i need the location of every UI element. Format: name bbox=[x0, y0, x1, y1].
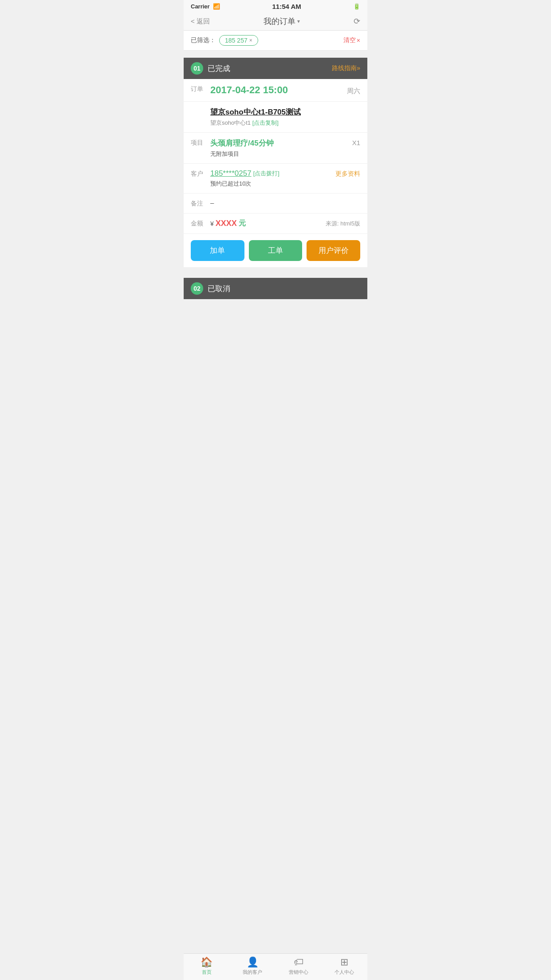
battery-icon: 🔋 bbox=[353, 3, 360, 10]
user-review-button[interactable]: 用户评价 bbox=[307, 240, 360, 261]
amount-source: 来源: html5版 bbox=[326, 220, 360, 228]
order-project-row: 项目 头颈肩理疗/45分钟 无附加项目 X1 bbox=[184, 133, 367, 164]
section1-header: 01 已完成 路线指南» bbox=[184, 58, 367, 79]
section2-num: 02 bbox=[191, 282, 203, 295]
remark-label: 备注 bbox=[191, 199, 207, 208]
filter-tag-value2: 257 bbox=[237, 37, 247, 44]
amount-value: ¥ XXXX 元 bbox=[210, 219, 246, 228]
project-addon: 无附加项目 bbox=[210, 150, 352, 158]
section2-header: 02 已取消 bbox=[184, 278, 367, 299]
order-project-content: 头颈肩理疗/45分钟 无附加项目 bbox=[210, 138, 352, 158]
more-info-button[interactable]: 更多资料 bbox=[335, 169, 360, 178]
refresh-button[interactable]: ⟳ bbox=[354, 16, 360, 26]
amount-xxxx: XXXX bbox=[216, 219, 237, 228]
chevron-down-icon: ▾ bbox=[297, 18, 300, 24]
project-name: 头颈肩理疗/45分钟 bbox=[210, 138, 352, 148]
order-weekday: 周六 bbox=[347, 84, 360, 95]
order-remark-content: – bbox=[210, 199, 360, 206]
nav-title-text: 我的订单 bbox=[264, 16, 295, 27]
nav-bar: < 返回 我的订单 ▾ ⟳ bbox=[184, 12, 367, 31]
customer-note: 预约已超过10次 bbox=[210, 180, 335, 188]
order-remark-row: 备注 – bbox=[184, 194, 367, 213]
status-bar: Carrier 📶 11:54 AM 🔋 bbox=[184, 0, 367, 12]
customer-label: 客户 bbox=[191, 169, 207, 178]
customer-phone-row: 185****0257 [点击拨打] bbox=[210, 169, 335, 178]
divider bbox=[184, 51, 367, 54]
divider-2 bbox=[184, 271, 367, 274]
amount-label: 金额 bbox=[191, 220, 207, 228]
remark-value: – bbox=[210, 199, 214, 206]
order-datetime-row: 订单 2017-04-22 15:00 周六 bbox=[184, 79, 367, 102]
project-label: 项目 bbox=[191, 138, 207, 147]
status-time: 11:54 AM bbox=[272, 3, 301, 10]
wifi-icon: 📶 bbox=[213, 3, 220, 10]
section1-header-left: 01 已完成 bbox=[191, 62, 230, 75]
status-icons: 🔋 bbox=[353, 3, 360, 10]
order-datetime-content: 2017-04-22 15:00 bbox=[210, 84, 347, 96]
customer-phone[interactable]: 185****0257 bbox=[210, 169, 252, 178]
amount-currency-pre: ¥ bbox=[210, 220, 214, 227]
call-button[interactable]: [点击拨打] bbox=[253, 170, 279, 178]
add-order-button[interactable]: 加单 bbox=[191, 240, 244, 261]
project-count: X1 bbox=[352, 138, 360, 146]
section2-status: 已取消 bbox=[208, 284, 230, 294]
location-name[interactable]: 望京soho中心t1-B705测试 bbox=[210, 107, 360, 117]
section1-status: 已完成 bbox=[208, 63, 230, 74]
filter-tag-close[interactable]: × bbox=[249, 37, 252, 43]
copy-button[interactable]: [点击复制] bbox=[252, 119, 279, 126]
amount-currency: 元 bbox=[239, 219, 246, 228]
order-location-content: 望京soho中心t1-B705测试 望京soho中心t1 [点击复制] bbox=[210, 107, 360, 127]
clear-filter-button[interactable]: 清空 × bbox=[343, 36, 360, 44]
work-order-button[interactable]: 工单 bbox=[249, 240, 303, 261]
order-amount-row: 金额 ¥ XXXX 元 来源: html5版 bbox=[184, 213, 367, 234]
back-button[interactable]: < 返回 bbox=[191, 17, 210, 26]
order-customer-content: 185****0257 [点击拨打] 预约已超过10次 bbox=[210, 169, 335, 188]
location-label bbox=[191, 107, 207, 108]
clear-text: 清空 bbox=[343, 36, 356, 44]
filter-tag-value1: 185 bbox=[225, 37, 235, 44]
section1-num: 01 bbox=[191, 62, 203, 75]
location-copy: 望京soho中心t1 [点击复制] bbox=[210, 119, 360, 127]
order-customer-row: 客户 185****0257 [点击拨打] 预约已超过10次 更多资料 bbox=[184, 164, 367, 194]
nav-title: 我的订单 ▾ bbox=[264, 16, 300, 27]
filter-label: 已筛选： bbox=[191, 36, 216, 44]
filter-bar: 已筛选： 185 257 × 清空 × bbox=[184, 31, 367, 51]
location-copy-text: 望京soho中心t1 bbox=[210, 119, 251, 126]
order-label: 订单 bbox=[191, 84, 207, 93]
order-location-row: 望京soho中心t1-B705测试 望京soho中心t1 [点击复制] bbox=[184, 102, 367, 133]
filter-tag[interactable]: 185 257 × bbox=[219, 35, 258, 46]
carrier-text: Carrier 📶 bbox=[191, 3, 220, 10]
section2-header-left: 02 已取消 bbox=[191, 282, 230, 295]
action-buttons: 加单 工单 用户评价 bbox=[184, 234, 367, 267]
route-guide-button[interactable]: 路线指南» bbox=[332, 64, 360, 72]
order-card-1: 订单 2017-04-22 15:00 周六 望京soho中心t1-B705测试… bbox=[184, 79, 367, 267]
order-datetime: 2017-04-22 15:00 bbox=[210, 84, 288, 95]
clear-x-icon: × bbox=[357, 37, 360, 44]
